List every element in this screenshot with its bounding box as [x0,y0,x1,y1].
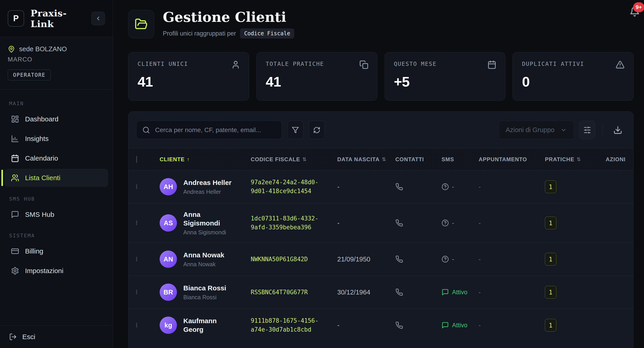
sidebar-item-calendario[interactable]: Calendario [4,149,108,168]
sidebar-item-sms-hub[interactable]: SMS Hub [4,206,108,224]
avatar: AH [160,178,177,196]
client-name: Anna Nowak [183,251,224,260]
client-name: Anna Sigismondi [183,210,233,228]
search-input[interactable] [154,126,276,134]
calendar-icon [11,154,19,162]
copy-icon [359,60,368,69]
role-badge: OPERATORE [8,70,51,80]
column-header-data-nascita[interactable]: DATA NASCITA⇅ [337,156,395,162]
table-toolbar: Azioni di Gruppo [128,112,633,148]
sidebar-item-dashboard[interactable]: Dashboard [4,110,108,128]
calendar-icon [487,60,496,69]
column-label: SMS [442,156,454,162]
chevron-left-icon [95,16,101,22]
sidebar-item-label: Calendario [25,154,58,162]
stats-row: CLIENTI UNICI41TOTALE PRATICHE41QUESTO M… [128,52,634,101]
logout-button[interactable]: Esci [0,326,113,348]
notification-badge: 9+ [633,2,644,12]
stat-card-totale-pratiche: TOTALE PRATICHE41 [256,52,377,101]
logout-label: Esci [22,333,35,341]
clients-panel: Azioni di Gruppo CLIENTE↑CODICE FISCALE⇅… [128,111,634,348]
row-checkbox[interactable] [136,184,137,189]
folder-open-icon [134,18,148,31]
client-name: Kaufmann Georg [183,316,233,334]
users-icon [11,174,19,182]
pratiche-badge: 1 [545,286,556,298]
column-header-cliente[interactable]: CLIENTE↑ [160,156,251,162]
grouping-badge: Codice Fiscale [240,28,294,38]
row-checkbox[interactable] [136,220,137,225]
avatar: kg [160,316,177,334]
sort-both-icon: ⇅ [382,156,386,162]
table-row[interactable]: AHAndreas HellerAndreas Heller97a2ee74-2… [128,170,633,203]
sidebar-nav: MAINDashboardInsightsCalendarioLista Cli… [0,90,113,326]
client-subtitle: Andreas Heller [183,188,232,195]
column-header-contatti: CONTATTI [395,156,442,162]
stat-label: CLIENTI UNICI [138,60,240,67]
sidebar-item-billing[interactable]: Billing [4,242,108,260]
phone-icon[interactable] [395,288,442,296]
sms-label: - [452,183,454,190]
data-nascita-value: 30/12/1964 [337,288,395,296]
sidebar-item-label: Insights [25,135,48,142]
refresh-icon [313,126,320,134]
row-checkbox[interactable] [136,257,137,262]
client-name: Bianca Rossi [183,284,226,292]
page-header: Gestione Clienti Profili unici raggruppa… [128,10,634,38]
sidebar-item-lista-clienti[interactable]: Lista Clienti [4,169,108,187]
codice-fiscale-value: 9111b878-1675-4156-a74e-30d7ab1c8cbd [251,316,326,334]
group-actions-label: Azioni di Gruppo [506,126,554,134]
sort-both-icon: ⇅ [576,156,581,162]
table-row[interactable]: BRBianca RossiBianca RossiRSSBNC64T70G67… [128,276,633,308]
sidebar-item-impostazioni[interactable]: Impostazioni [4,262,108,280]
sms-status: - [442,256,479,263]
table-row[interactable]: kgKaufmann Georg9111b878-1675-4156-a74e-… [128,308,633,342]
stat-card-questo-mese: QUESTO MESE+5 [384,52,506,101]
column-header-sms: SMS [442,156,479,162]
phone-icon[interactable] [395,321,442,329]
stat-value: 41 [266,74,368,90]
sidebar-collapse-button[interactable] [91,12,105,25]
sidebar-item-insights[interactable]: Insights [4,130,108,148]
client-subtitle: Bianca Rossi [183,294,226,301]
phone-icon[interactable] [395,219,442,227]
codice-fiscale-value: 97a2ee74-24a2-48d0-9d01-418ce9dc1454 [251,178,326,196]
sidebar-item-label: SMS Hub [25,211,54,218]
insights-icon [11,134,19,143]
row-checkbox[interactable] [136,290,137,294]
data-nascita-value: 21/09/1950 [337,256,395,263]
phone-icon[interactable] [395,255,442,263]
appuntamento-value: - [479,322,545,329]
column-header-codice-fiscale[interactable]: CODICE FISCALE⇅ [251,156,337,162]
column-label: DATA NASCITA [337,156,380,162]
help-circle-icon [442,256,449,263]
codice-fiscale-value: RSSBNC64T70G677R [251,288,308,297]
toolbar-divider [602,124,603,136]
nav-section-label: SISTEMA [9,233,113,238]
chevron-down-icon [560,127,567,133]
export-button[interactable] [610,126,626,134]
column-header-pratiche[interactable]: PRATICHE⇅ [545,156,605,162]
phone-icon[interactable] [395,183,442,191]
column-settings-button[interactable] [579,121,595,139]
subtitle-text: Profili unici raggruppati per [163,30,236,37]
filter-button[interactable] [288,121,303,139]
appuntamento-value: - [479,256,545,263]
nav-section-label: SMS HUB [9,196,113,202]
sliders-icon [584,126,591,134]
data-nascita-value: - [337,183,395,191]
logout-icon [9,333,17,341]
row-checkbox[interactable] [136,323,137,328]
table-row[interactable]: ANAnna NowakAnna NowakNWKNNA50P61G842D21… [128,242,633,276]
sidebar-item-label: Billing [25,247,43,255]
select-all-checkbox[interactable] [136,156,137,163]
codice-fiscale-value: 1dc07311-83d6-4332-9afd-3359bebea396 [251,214,326,232]
group-actions-select[interactable]: Azioni di Gruppo [499,121,574,139]
data-nascita-value: - [337,322,395,329]
table-row[interactable]: ASAnna SigismondiAnna Sigismondi1dc07311… [128,203,633,242]
data-nascita-value: - [337,219,395,227]
refresh-button[interactable] [309,121,325,139]
stat-value: +5 [394,74,496,90]
notification-bell[interactable]: 9+ [630,6,640,17]
client-subtitle: Anna Sigismondi [183,229,233,236]
